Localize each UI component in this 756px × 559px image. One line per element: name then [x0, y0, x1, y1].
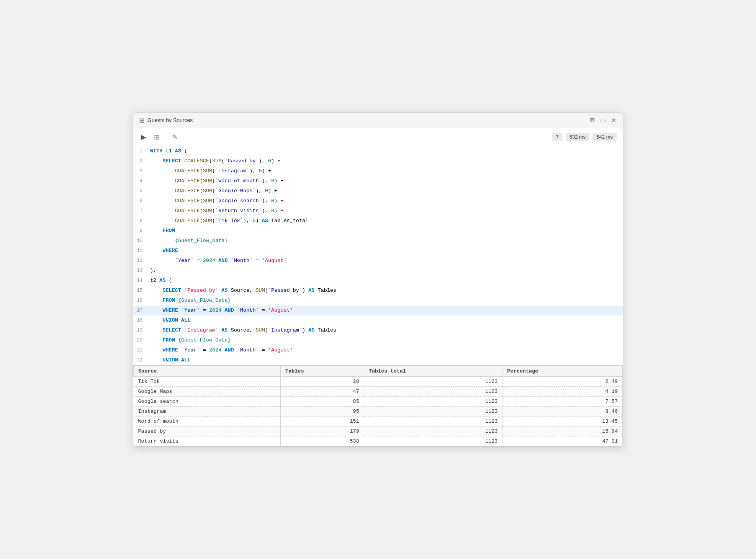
cell-source: Instagram: [134, 406, 281, 416]
code-line-18: 18 UNION ALL: [133, 315, 623, 325]
edit-button[interactable]: ✎: [171, 132, 179, 142]
cell-percentage: 8.46: [502, 406, 623, 416]
code-line-21: 21 WHERE `Year` = 2024 AND `Month` = 'Au…: [133, 345, 623, 355]
code-line-14: 14 t2 AS (: [133, 276, 623, 286]
col-source: Source: [134, 366, 281, 376]
run-button[interactable]: ▶: [139, 131, 148, 143]
cell-percentage: 13.45: [502, 416, 623, 426]
code-line-6: 6 COALESCE(SUM(`Google search`), 0) +: [133, 196, 623, 206]
results-table: Source Tables Tables_total Percentage Ti…: [133, 366, 623, 446]
code-line-10: 10 {Guest_Flow_Data}: [133, 236, 623, 246]
time1-badge: 532 ms: [566, 133, 590, 141]
time2-badge: 542 ms: [592, 133, 617, 141]
expand-button[interactable]: ⧉: [589, 117, 595, 123]
cell-source: Word of mouth: [134, 416, 281, 426]
code-line-5: 5 COALESCE(SUM(`Google Maps`), 0) +: [133, 186, 623, 196]
table-body: Tik Tok 28 1123 2.49 Google Maps 47 1123…: [134, 376, 623, 446]
cell-tables-total: 1123: [364, 426, 502, 436]
cell-tables: 95: [281, 406, 364, 416]
code-line-16: 16 FROM {Guest_Flow_Data}: [133, 296, 623, 306]
toolbar: ▶ ⊞ ✎ 7 532 ms 542 ms: [133, 128, 623, 146]
cell-tables: 179: [281, 426, 364, 436]
code-line-7: 7 COALESCE(SUM(`Return visits`), 0) +: [133, 206, 623, 216]
cell-source: Google search: [134, 396, 281, 406]
toolbar-separator: [166, 133, 166, 141]
code-line-3: 3 COALESCE(SUM(`Instagram`), 0) +: [133, 166, 623, 176]
close-button[interactable]: ✕: [610, 117, 617, 123]
code-line-19: 19 SELECT 'Instagram' AS Source, SUM(`In…: [133, 325, 623, 335]
row-count-badge: 7: [552, 133, 562, 141]
table-header: Source Tables Tables_total Percentage: [134, 366, 623, 376]
cell-tables-total: 1123: [364, 386, 502, 396]
table-row: Return visits 538 1123 47.91: [134, 436, 623, 446]
cell-tables: 28: [281, 376, 364, 386]
toolbar-left: ▶ ⊞ ✎: [139, 131, 179, 143]
cell-tables: 151: [281, 416, 364, 426]
cell-tables-total: 1123: [364, 396, 502, 406]
cell-tables-total: 1123: [364, 416, 502, 426]
cell-percentage: 7.57: [502, 396, 623, 406]
cell-source: Tik Tok: [134, 376, 281, 386]
code-line-12: 12 `Year` = 2024 AND `Month` = 'August': [133, 256, 623, 266]
results-container: Source Tables Tables_total Percentage Ti…: [133, 366, 623, 446]
code-line-8: 8 COALESCE(SUM(`Tik Tok`), 0) AS Tables_…: [133, 216, 623, 226]
table-row: Passed by 179 1123 15.94: [134, 426, 623, 436]
cell-tables: 538: [281, 436, 364, 446]
cell-source: Google Maps: [134, 386, 281, 396]
code-line-15: 15 SELECT 'Passed by' AS Source, SUM(`Pa…: [133, 286, 623, 296]
cell-percentage: 4.19: [502, 386, 623, 396]
code-line-13: 13 ),: [133, 266, 623, 276]
cell-tables: 85: [281, 396, 364, 406]
cell-tables: 47: [281, 386, 364, 396]
cell-source: Passed by: [134, 426, 281, 436]
code-line-4: 4 COALESCE(SUM(`Word of mouth`), 0) +: [133, 176, 623, 186]
main-window: ⊞ Guests by Sources ⧉ ▭ ✕ ▶ ⊞ ✎ 7 532 ms…: [133, 113, 623, 447]
cell-percentage: 47.91: [502, 436, 623, 446]
grid-button[interactable]: ⊞: [152, 131, 161, 143]
col-percentage: Percentage: [502, 366, 623, 376]
table-row: Word of mouth 151 1123 13.45: [134, 416, 623, 426]
code-line-17: 17 WHERE `Year` = 2024 AND `Month` = 'Au…: [133, 306, 623, 315]
code-line-1: 1 WITH t1 AS (: [133, 146, 623, 156]
cell-tables-total: 1123: [364, 376, 502, 386]
code-editor[interactable]: 1 WITH t1 AS ( 2 SELECT COALESCE(SUM(`Pa…: [133, 146, 623, 366]
col-tables-total: Tables_total: [364, 366, 502, 376]
code-line-9: 9 FROM: [133, 226, 623, 236]
code-line-20: 20 FROM {Guest_Flow_Data}: [133, 335, 623, 345]
title-bar-left: ⊞ Guests by Sources: [139, 117, 193, 124]
table-row: Google search 85 1123 7.57: [134, 396, 623, 406]
col-tables: Tables: [281, 366, 364, 376]
code-line-22: 22 UNION ALL: [133, 355, 623, 365]
table-row: Instagram 95 1123 8.46: [134, 406, 623, 416]
code-line-2: 2 SELECT COALESCE(SUM(`Passed by`), 0) +: [133, 156, 623, 166]
code-line-11: 11 WHERE: [133, 246, 623, 256]
title-bar: ⊞ Guests by Sources ⧉ ▭ ✕: [133, 113, 623, 128]
toolbar-right: 7 532 ms 542 ms: [552, 133, 617, 141]
cell-percentage: 2.49: [502, 376, 623, 386]
table-row: Tik Tok 28 1123 2.49: [134, 376, 623, 386]
cell-source: Return visits: [134, 436, 281, 446]
cell-tables-total: 1123: [364, 406, 502, 416]
title-bar-right: ⧉ ▭ ✕: [589, 117, 617, 123]
table-row: Google Maps 47 1123 4.19: [134, 386, 623, 396]
window-title: Guests by Sources: [147, 117, 193, 123]
cell-percentage: 15.94: [502, 426, 623, 436]
window-icon: ⊞: [139, 117, 144, 124]
cell-tables-total: 1123: [364, 436, 502, 446]
minimize-button[interactable]: ▭: [600, 117, 606, 123]
